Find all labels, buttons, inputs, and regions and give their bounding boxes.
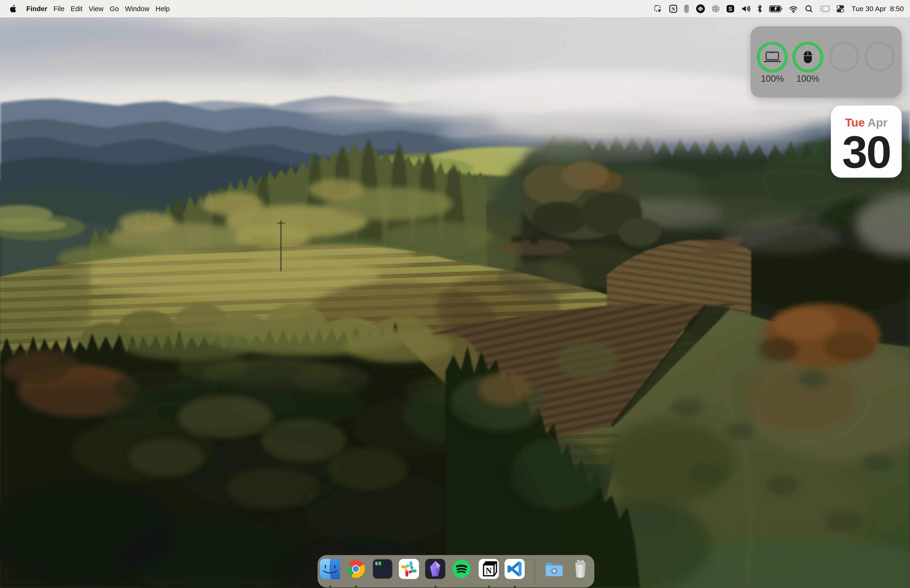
svg-text:100%: 100% — [761, 74, 784, 84]
svg-text:N: N — [671, 6, 675, 12]
svg-text:$: $ — [375, 561, 378, 567]
svg-text:100%: 100% — [796, 74, 819, 84]
svg-text:S: S — [729, 6, 732, 12]
svg-text:N: N — [486, 566, 492, 575]
